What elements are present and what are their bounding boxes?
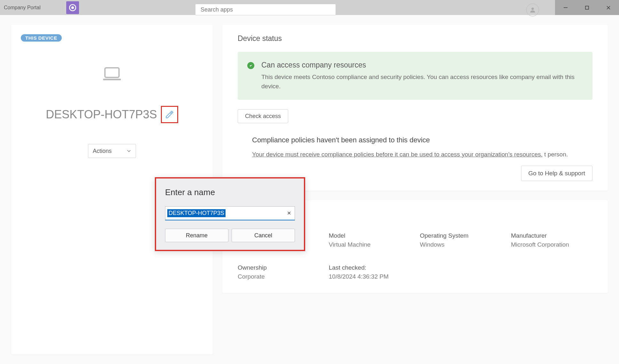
window-controls bbox=[555, 0, 619, 15]
status-banner: Can access company resources This device… bbox=[238, 52, 592, 100]
svg-rect-7 bbox=[105, 68, 119, 77]
compliance-title: Compliance policies haven't been assigne… bbox=[252, 136, 592, 144]
chevron-down-icon bbox=[127, 149, 131, 153]
rename-button[interactable]: Rename bbox=[165, 229, 228, 242]
check-circle-icon bbox=[247, 62, 254, 69]
detail-ownership: Ownership Corporate bbox=[238, 264, 319, 280]
clear-input-button[interactable]: ✕ bbox=[283, 208, 295, 219]
svg-rect-8 bbox=[103, 79, 121, 80]
detail-model: Model Virtual Machine bbox=[329, 232, 410, 248]
banner-title: Can access company resources bbox=[261, 61, 583, 69]
compliance-description: Your device must receive compliance poli… bbox=[252, 150, 592, 159]
detail-manufacturer: Manufacturer Microsoft Corporation bbox=[511, 232, 592, 248]
rename-dialog: Enter a name DESKTOP-HOT7P3S ✕ Rename Ca… bbox=[155, 177, 305, 251]
app-logo-icon bbox=[66, 1, 79, 14]
device-status-heading: Device status bbox=[238, 34, 592, 43]
actions-label: Actions bbox=[93, 148, 112, 154]
user-avatar-button[interactable] bbox=[526, 4, 539, 16]
name-input-wrap[interactable]: DESKTOP-HOT7P3S ✕ bbox=[165, 206, 295, 220]
help-support-button[interactable]: Go to Help & support bbox=[521, 166, 592, 181]
actions-dropdown[interactable]: Actions bbox=[88, 144, 136, 158]
cancel-button[interactable]: Cancel bbox=[232, 229, 295, 242]
app-title: Company Portal bbox=[4, 5, 41, 11]
banner-description: This device meets Contoso compliance and… bbox=[261, 73, 583, 91]
titlebar: Company Portal bbox=[0, 0, 619, 15]
device-name: DESKTOP-HOT7P3S bbox=[46, 108, 157, 121]
device-status-card: Device status Can access company resourc… bbox=[222, 25, 608, 191]
maximize-button[interactable] bbox=[576, 0, 598, 15]
this-device-badge: THIS DEVICE bbox=[21, 34, 62, 42]
detail-os: Operating System Windows bbox=[420, 232, 502, 248]
svg-point-2 bbox=[531, 8, 534, 10]
svg-rect-3 bbox=[564, 7, 567, 8]
check-access-button[interactable]: Check access bbox=[238, 109, 288, 123]
svg-point-1 bbox=[71, 6, 74, 9]
search-input[interactable] bbox=[195, 4, 336, 15]
svg-rect-4 bbox=[585, 6, 589, 9]
laptop-icon bbox=[21, 67, 203, 82]
dialog-title: Enter a name bbox=[165, 187, 295, 197]
name-input[interactable]: DESKTOP-HOT7P3S bbox=[167, 209, 226, 217]
detail-last-checked: Last checked: 10/8/2024 4:36:32 PM bbox=[329, 264, 410, 280]
minimize-button[interactable] bbox=[555, 0, 576, 15]
edit-name-button[interactable] bbox=[161, 106, 178, 123]
close-button[interactable] bbox=[598, 0, 619, 15]
